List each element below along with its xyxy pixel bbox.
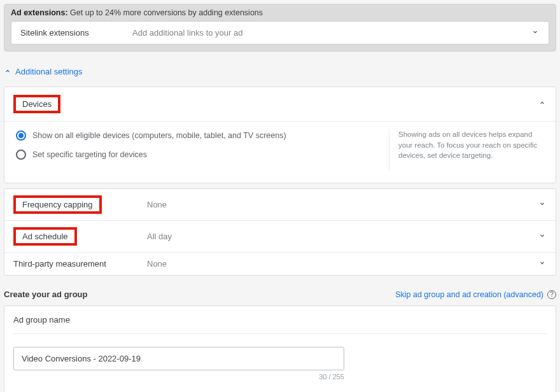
skip-ad-group-label: Skip ad group and ad creation (advanced) — [395, 290, 543, 299]
sitelink-extensions-desc: Add additional links to your ad — [132, 28, 531, 38]
chevron-up-icon — [538, 99, 547, 109]
radio-icon — [16, 130, 26, 141]
ad-extensions-title: Ad extensions: Get up to 24% more conver… — [11, 8, 549, 17]
radio-show-all-devices[interactable]: Show on all eligible devices (computers,… — [16, 130, 376, 141]
devices-help-text: Showing ads on all devices helps expand … — [389, 129, 548, 170]
ad-schedule-row[interactable]: Ad schedule All day — [4, 221, 556, 253]
frequency-capping-title: Frequency capping — [13, 195, 102, 214]
chevron-down-icon — [531, 28, 540, 38]
ad-extensions-title-bold: Ad extensions: — [11, 8, 68, 17]
chevron-down-icon — [538, 200, 547, 209]
additional-settings-label: Additional settings — [15, 67, 83, 76]
devices-title: Devices — [13, 95, 60, 113]
skip-ad-group-link[interactable]: Skip ad group and ad creation (advanced)… — [395, 290, 556, 299]
third-party-measurement-row[interactable]: Third-party measurement None — [4, 253, 556, 275]
chevron-down-icon — [538, 259, 547, 269]
frequency-capping-value: None — [147, 200, 538, 209]
radio-icon — [16, 150, 26, 160]
sitelink-extensions-label: Sitelink extensions — [20, 28, 132, 38]
ad-group-name-label: Ad group name — [13, 315, 547, 334]
help-icon[interactable]: ? — [547, 290, 556, 299]
ad-group-card: Ad group name 30 / 255 — [4, 305, 556, 392]
ad-group-name-input[interactable] — [13, 347, 344, 370]
radio-specific-devices[interactable]: Set specific targeting for devices — [16, 150, 376, 160]
frequency-capping-row[interactable]: Frequency capping None — [4, 189, 556, 221]
chevron-down-icon — [538, 232, 547, 241]
ad-extensions-title-rest: Get up to 24% more conversions by adding… — [68, 8, 263, 17]
ad-schedule-value: All day — [147, 232, 538, 241]
third-party-measurement-title: Third-party measurement — [13, 259, 147, 269]
additional-settings-toggle[interactable]: Additional settings — [4, 67, 556, 76]
ad-extensions-banner: Ad extensions: Get up to 24% more conver… — [4, 4, 556, 52]
radio-show-all-devices-label: Show on all eligible devices (computers,… — [32, 131, 286, 140]
ad-group-name-char-count: 30 / 255 — [13, 373, 344, 381]
devices-header[interactable]: Devices — [4, 87, 556, 122]
radio-specific-devices-label: Set specific targeting for devices — [32, 150, 147, 159]
ad-schedule-title: Ad schedule — [13, 227, 77, 246]
devices-card: Devices Show on all eligible devices (co… — [4, 87, 556, 183]
settings-rows: Frequency capping None Ad schedule All d… — [4, 188, 556, 276]
third-party-measurement-value: None — [147, 259, 538, 269]
sitelink-extensions-row[interactable]: Sitelink extensions Add additional links… — [11, 21, 549, 45]
chevron-up-icon — [4, 67, 11, 76]
create-ad-group-title: Create your ad group — [4, 290, 395, 299]
